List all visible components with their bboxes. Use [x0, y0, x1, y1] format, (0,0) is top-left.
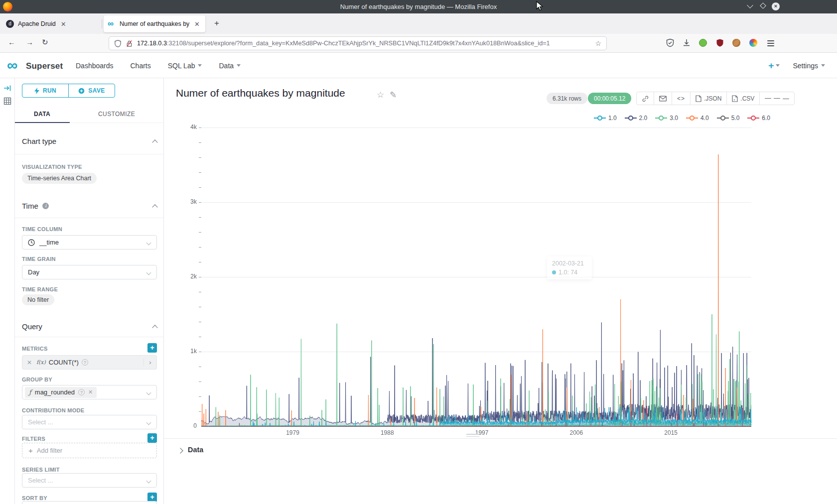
time-grain-select[interactable]: Day [22, 265, 157, 279]
browser-menu-icon[interactable] [767, 39, 776, 48]
chevron-up-icon [152, 204, 157, 210]
series-limit-label: SERIES LIMIT [22, 467, 60, 473]
code-icon: <> [677, 95, 685, 102]
function-icon: ƒ [29, 388, 31, 396]
add-filter-plus-button[interactable]: + [147, 433, 157, 443]
function-icon: f(x) [36, 359, 46, 366]
nav-sql-lab[interactable]: SQL Lab [168, 62, 202, 70]
chevron-down-icon [146, 241, 151, 246]
resize-drag-handle[interactable] [466, 432, 479, 438]
section-chart-type[interactable]: Chart type [22, 137, 157, 145]
metric-chip[interactable]: ✕ f(x) COUNT(*) ? › [22, 355, 157, 370]
window-title: Numer of earthquakes by magnitude — Mozi… [0, 3, 837, 10]
chevron-down-icon [146, 390, 151, 395]
tab-earthquakes-chart[interactable]: ∞ Numer of earthquakes by ✕ [104, 15, 205, 32]
remove-metric-icon[interactable]: ✕ [22, 359, 36, 366]
time-column-select[interactable]: __time [22, 235, 157, 250]
tab-separator [102, 19, 102, 28]
superset-brand[interactable]: Superset [26, 61, 63, 71]
share-link-button[interactable] [637, 92, 654, 105]
expand-panel-icon[interactable] [3, 84, 11, 92]
superset-logo[interactable]: ∞ [7, 57, 17, 73]
time-range-value[interactable]: No filter [22, 294, 54, 305]
groupby-chip[interactable]: ƒ mag_rounded ? ✕ [25, 387, 97, 398]
window-minimize-button[interactable] [745, 2, 754, 11]
cookie-icon[interactable] [732, 39, 741, 48]
viz-type-value[interactable]: Time-series Area Chart [22, 173, 97, 184]
chevron-down-icon [198, 64, 202, 67]
viz-type-label: VISUALIZATION TYPE [22, 164, 82, 170]
tab-data[interactable]: DATA [34, 111, 50, 118]
chevron-right-icon[interactable]: › [143, 359, 156, 366]
navbar-right: + Settings [768, 53, 825, 78]
window-maximize-button[interactable] [758, 2, 767, 11]
section-query[interactable]: Query [22, 322, 157, 331]
url-text: 172.18.0.3:32108/superset/explore/?form_… [137, 40, 550, 47]
superset-menu: Dashboards Charts SQL Lab Data [76, 53, 241, 78]
tab-close-icon[interactable]: ✕ [61, 20, 66, 28]
edit-title-icon[interactable]: ✎ [390, 90, 397, 100]
remove-groupby-icon[interactable]: ✕ [88, 389, 93, 395]
data-panel-label[interactable]: Data [188, 446, 203, 454]
groupby-select[interactable]: ƒ mag_rounded ? ✕ [22, 385, 157, 399]
favorite-star-icon[interactable]: ☆ [377, 90, 384, 100]
ublock-icon[interactable] [715, 38, 724, 47]
nav-charts[interactable]: Charts [131, 62, 151, 70]
sort-by-select[interactable] [22, 501, 157, 504]
collapsed-datasource-strip [0, 78, 15, 504]
series-limit-select[interactable]: Select ... [22, 473, 157, 488]
tab-apache-druid[interactable]: d Apache Druid ✕ [2, 15, 102, 32]
sort-by-label: SORT BY [22, 495, 47, 501]
chevron-down-icon [237, 64, 241, 67]
add-metric-button[interactable]: + [147, 343, 157, 353]
extension-asterisk-icon[interactable] [749, 39, 758, 48]
new-item-button[interactable]: + [768, 60, 780, 71]
link-icon [642, 95, 649, 102]
reload-icon[interactable]: ↻ [42, 38, 48, 47]
chart-menu-icon[interactable] [759, 92, 794, 105]
timeseries-chart-canvas[interactable] [168, 120, 781, 441]
download-icon[interactable] [682, 38, 691, 47]
expand-data-caret-icon[interactable] [177, 448, 183, 453]
settings-menu[interactable]: Settings [793, 62, 825, 70]
section-time[interactable]: Time i [22, 202, 157, 210]
export-csv-button[interactable]: x .CSV [726, 92, 759, 105]
add-filter-box[interactable]: + Add filter [22, 443, 157, 458]
data-results-panel: Data [164, 438, 837, 504]
superset-favicon-icon: ∞ [108, 20, 116, 28]
window-close-button[interactable]: × [771, 2, 780, 11]
nav-dashboards[interactable]: Dashboards [76, 62, 114, 70]
forward-icon[interactable]: → [26, 38, 33, 46]
dataset-grid-icon[interactable] [3, 97, 11, 105]
privacy-badger-icon[interactable] [699, 39, 708, 48]
email-button[interactable] [654, 92, 672, 105]
series-dot-icon [552, 270, 556, 274]
bookmark-star-icon[interactable]: ☆ [595, 39, 601, 47]
chart-area: Numer of earthquakes by magnitude ☆ ✎ 6.… [164, 78, 837, 504]
save-button[interactable]: SAVE [68, 84, 115, 97]
url-bar[interactable]: 172.18.0.3:32108/superset/explore/?form_… [109, 36, 607, 50]
svg-text:x: x [734, 98, 735, 101]
back-icon[interactable]: ← [8, 38, 15, 46]
time-column-label: TIME COLUMN [22, 226, 62, 232]
embed-code-button[interactable]: <> [672, 92, 690, 105]
export-json-button[interactable]: .JSON [690, 92, 726, 105]
nav-data[interactable]: Data [219, 62, 241, 70]
plus-circle-icon [78, 88, 85, 94]
protections-shield-icon[interactable] [666, 38, 675, 47]
chevron-down-icon [821, 64, 825, 67]
window-titlebar: Numer of earthquakes by magnitude — Mozi… [0, 0, 837, 13]
plus-icon: + [28, 446, 33, 455]
chart-tooltip: 2002-03-21 1.0: 74 [547, 256, 592, 279]
tab-close-icon[interactable]: ✕ [194, 20, 200, 28]
tracking-shield-icon[interactable] [114, 40, 122, 47]
active-tab-indicator [15, 122, 70, 123]
email-icon [659, 96, 667, 102]
tab-title: Numer of earthquakes by [120, 20, 189, 27]
new-tab-button[interactable]: + [214, 18, 219, 28]
run-button[interactable]: RUN [22, 84, 68, 97]
contribution-mode-select[interactable]: Select ... [22, 415, 157, 429]
info-icon: i [42, 203, 49, 209]
tab-customize[interactable]: CUSTOMIZE [98, 111, 135, 118]
insecure-lock-icon[interactable] [126, 40, 133, 47]
